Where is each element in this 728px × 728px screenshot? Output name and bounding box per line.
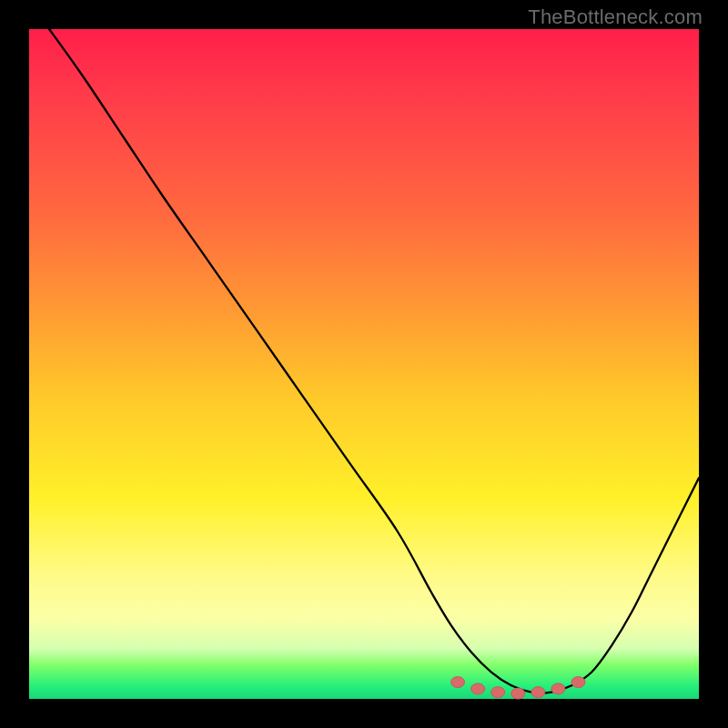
bottleneck-curve (29, 3, 699, 693)
curve-marker (571, 677, 585, 688)
curve-marker (531, 687, 545, 698)
plot-area (29, 29, 699, 699)
chart-frame: TheBottleneck.com (0, 0, 728, 728)
curve-marker (471, 683, 485, 694)
watermark-text: TheBottleneck.com (528, 5, 703, 29)
curve-marker (451, 677, 465, 688)
curve-marker (551, 683, 565, 694)
marker-group (451, 677, 585, 700)
curve-marker (491, 687, 505, 698)
chart-svg (29, 29, 699, 699)
curve-marker (511, 688, 525, 699)
